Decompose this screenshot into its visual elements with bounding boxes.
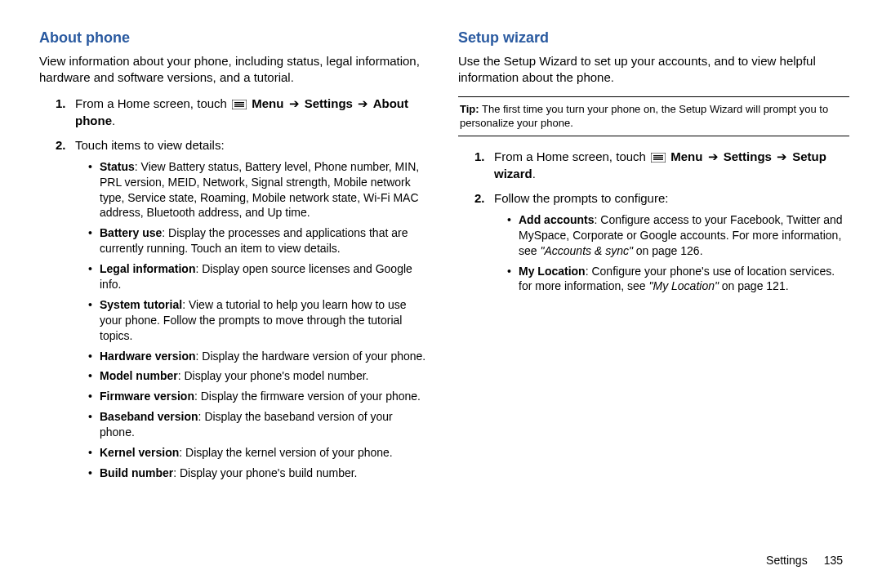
bullet-build: Build number: Display your phone's build… <box>88 466 430 481</box>
bullet-fw: Firmware version: Display the firmware v… <box>88 389 430 404</box>
bullet-tutorial: System tutorial: View a tutorial to help… <box>88 297 430 344</box>
bullet-legal: Legal information: Display open source l… <box>88 261 430 292</box>
about-step-2: 2. Touch items to view details: Status: … <box>56 136 430 481</box>
tip-box: Tip: The first time you turn your phone … <box>458 96 849 136</box>
bullet-model: Model number: Display your phone's model… <box>88 368 430 384</box>
svg-rect-7 <box>653 158 663 159</box>
about-phone-heading: About phone <box>39 29 430 47</box>
svg-rect-2 <box>234 104 244 105</box>
about-phone-intro: View information about your phone, inclu… <box>39 53 430 87</box>
bullet-battery: Battery use: Display the processes and a… <box>88 225 430 256</box>
menu-icon <box>232 100 247 109</box>
footer-page: 135 <box>824 554 843 567</box>
bullet-bb: Baseband version: Display the baseband v… <box>88 409 430 440</box>
bullet-kernel: Kernel version: Display the kernel versi… <box>88 445 430 461</box>
footer-section: Settings <box>766 554 808 567</box>
setup-wizard-heading: Setup wizard <box>458 29 849 47</box>
bullet-my-location: My Location: Configure your phone's use … <box>507 264 849 295</box>
page-footer: Settings135 <box>766 554 843 567</box>
setup-step-2: 2. Follow the prompts to configure: Add … <box>474 189 849 294</box>
svg-rect-1 <box>234 102 244 103</box>
setup-wizard-intro: Use the Setup Wizard to set up your acco… <box>458 53 849 87</box>
svg-rect-6 <box>653 157 663 158</box>
about-step-1: 1. From a Home screen, touch Menu ➔ Sett… <box>56 95 430 131</box>
menu-icon <box>651 153 666 163</box>
right-column: Setup wizard Use the Setup Wizard to set… <box>458 29 849 488</box>
bullet-status: Status: View Battery status, Battery lev… <box>88 159 430 221</box>
setup-step-1: 1. From a Home screen, touch Menu ➔ Sett… <box>474 148 849 184</box>
bullet-add-accounts: Add accounts: Configure access to your F… <box>507 212 849 259</box>
left-column: About phone View information about your … <box>39 29 430 488</box>
svg-rect-5 <box>653 155 663 156</box>
svg-rect-3 <box>234 105 244 106</box>
bullet-hw: Hardware version: Display the hardware v… <box>88 349 430 364</box>
